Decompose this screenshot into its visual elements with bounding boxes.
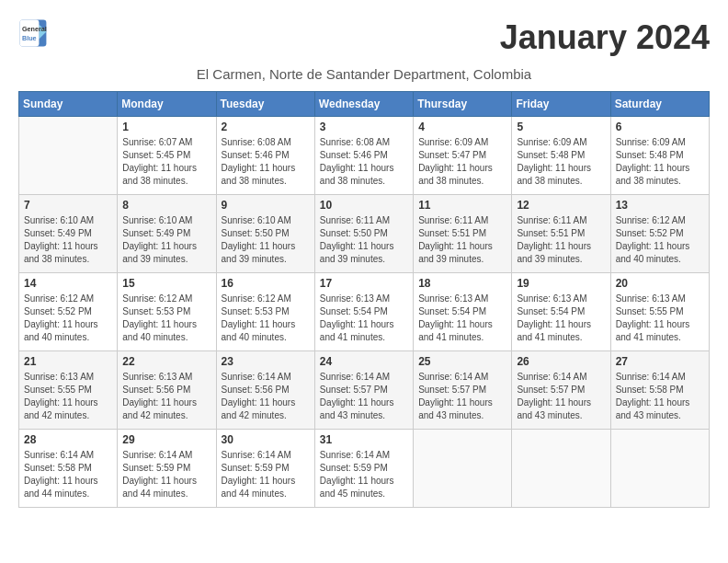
calendar-day-cell: 31Sunrise: 6:14 AMSunset: 5:59 PMDayligh… [314, 430, 413, 508]
day-info: Sunrise: 6:11 AMSunset: 5:51 PMDaylight:… [418, 214, 506, 266]
day-info: Sunrise: 6:10 AMSunset: 5:49 PMDaylight:… [24, 214, 112, 266]
calendar-day-cell [512, 430, 610, 508]
day-number: 5 [517, 121, 605, 133]
day-info: Sunrise: 6:12 AMSunset: 5:53 PMDaylight:… [222, 293, 310, 344]
day-number: 14 [24, 277, 112, 290]
day-number: 20 [616, 277, 704, 290]
calendar-week-row: 21Sunrise: 6:13 AMSunset: 5:55 PMDayligh… [19, 351, 710, 430]
day-info: Sunrise: 6:07 AMSunset: 5:45 PMDaylight:… [122, 136, 210, 188]
day-info: Sunrise: 6:12 AMSunset: 5:53 PMDaylight:… [122, 293, 210, 344]
day-number: 6 [616, 121, 704, 133]
calendar-day-cell: 13Sunrise: 6:12 AMSunset: 5:52 PMDayligh… [610, 195, 709, 273]
day-info: Sunrise: 6:13 AMSunset: 5:55 PMDaylight:… [24, 371, 112, 422]
calendar-day-cell: 14Sunrise: 6:12 AMSunset: 5:52 PMDayligh… [19, 273, 118, 351]
calendar-day-cell: 19Sunrise: 6:13 AMSunset: 5:54 PMDayligh… [512, 273, 610, 351]
day-info: Sunrise: 6:08 AMSunset: 5:46 PMDaylight:… [222, 136, 310, 188]
calendar-day-cell: 21Sunrise: 6:13 AMSunset: 5:55 PMDayligh… [19, 351, 118, 430]
day-number: 3 [320, 121, 408, 133]
day-number: 26 [517, 355, 605, 368]
calendar-day-cell: 10Sunrise: 6:11 AMSunset: 5:50 PMDayligh… [314, 195, 413, 273]
day-info: Sunrise: 6:11 AMSunset: 5:50 PMDaylight:… [320, 214, 408, 266]
day-number: 12 [517, 199, 605, 212]
day-number: 13 [616, 199, 704, 212]
logo-icon: General Blue [18, 18, 48, 48]
day-info: Sunrise: 6:12 AMSunset: 5:52 PMDaylight:… [24, 293, 112, 344]
calendar-day-cell: 22Sunrise: 6:13 AMSunset: 5:56 PMDayligh… [118, 351, 216, 430]
day-info: Sunrise: 6:08 AMSunset: 5:46 PMDaylight:… [320, 136, 408, 188]
calendar-week-row: 14Sunrise: 6:12 AMSunset: 5:52 PMDayligh… [19, 273, 710, 351]
weekday-header-cell: Thursday [414, 92, 512, 117]
calendar-day-cell: 5Sunrise: 6:09 AMSunset: 5:48 PMDaylight… [512, 117, 610, 195]
day-number: 19 [517, 277, 605, 290]
day-number: 27 [616, 355, 704, 368]
calendar-day-cell: 2Sunrise: 6:08 AMSunset: 5:46 PMDaylight… [216, 117, 314, 195]
day-info: Sunrise: 6:14 AMSunset: 5:59 PMDaylight:… [320, 449, 408, 500]
day-number: 10 [320, 199, 408, 212]
calendar-day-cell: 9Sunrise: 6:10 AMSunset: 5:50 PMDaylight… [216, 195, 314, 273]
day-number: 24 [320, 355, 408, 368]
weekday-header-cell: Monday [118, 92, 216, 117]
day-number: 17 [320, 277, 408, 290]
day-number: 21 [24, 355, 112, 368]
day-info: Sunrise: 6:13 AMSunset: 5:55 PMDaylight:… [616, 293, 704, 344]
day-info: Sunrise: 6:14 AMSunset: 5:57 PMDaylight:… [517, 371, 605, 422]
day-number: 11 [418, 199, 506, 212]
day-info: Sunrise: 6:09 AMSunset: 5:48 PMDaylight:… [616, 136, 704, 188]
calendar-day-cell: 15Sunrise: 6:12 AMSunset: 5:53 PMDayligh… [118, 273, 216, 351]
day-info: Sunrise: 6:10 AMSunset: 5:49 PMDaylight:… [122, 214, 210, 266]
day-number: 8 [122, 199, 210, 212]
calendar-day-cell [19, 117, 118, 195]
day-number: 16 [222, 277, 310, 290]
day-number: 15 [122, 277, 210, 290]
weekday-header-cell: Saturday [610, 92, 709, 117]
calendar-day-cell: 1Sunrise: 6:07 AMSunset: 5:45 PMDaylight… [118, 117, 216, 195]
day-info: Sunrise: 6:14 AMSunset: 5:58 PMDaylight:… [616, 371, 704, 422]
day-info: Sunrise: 6:09 AMSunset: 5:48 PMDaylight:… [517, 136, 605, 188]
calendar-day-cell: 6Sunrise: 6:09 AMSunset: 5:48 PMDaylight… [610, 117, 709, 195]
day-info: Sunrise: 6:12 AMSunset: 5:52 PMDaylight:… [616, 214, 704, 266]
day-number: 29 [122, 433, 210, 446]
calendar-day-cell: 20Sunrise: 6:13 AMSunset: 5:55 PMDayligh… [610, 273, 709, 351]
calendar-week-row: 7Sunrise: 6:10 AMSunset: 5:49 PMDaylight… [19, 195, 710, 273]
calendar-day-cell [414, 430, 512, 508]
day-info: Sunrise: 6:11 AMSunset: 5:51 PMDaylight:… [517, 214, 605, 266]
day-info: Sunrise: 6:14 AMSunset: 5:59 PMDaylight:… [222, 449, 310, 500]
calendar-day-cell: 8Sunrise: 6:10 AMSunset: 5:49 PMDaylight… [118, 195, 216, 273]
calendar-day-cell [610, 430, 709, 508]
day-number: 9 [222, 199, 310, 212]
svg-text:General: General [22, 25, 47, 33]
calendar-day-cell: 28Sunrise: 6:14 AMSunset: 5:58 PMDayligh… [19, 430, 118, 508]
month-title: January 2024 [500, 18, 710, 57]
page-header: General Blue January 2024 [18, 18, 710, 57]
day-number: 31 [320, 433, 408, 446]
weekday-header-cell: Sunday [19, 92, 118, 117]
day-info: Sunrise: 6:14 AMSunset: 5:56 PMDaylight:… [222, 371, 310, 422]
day-info: Sunrise: 6:14 AMSunset: 5:57 PMDaylight:… [320, 371, 408, 422]
day-number: 18 [418, 277, 506, 290]
day-number: 7 [24, 199, 112, 212]
day-info: Sunrise: 6:14 AMSunset: 5:58 PMDaylight:… [24, 449, 112, 500]
calendar-day-cell: 16Sunrise: 6:12 AMSunset: 5:53 PMDayligh… [216, 273, 314, 351]
location-title: El Carmen, Norte de Santander Department… [18, 66, 710, 82]
weekday-header-cell: Tuesday [216, 92, 314, 117]
weekday-header-row: SundayMondayTuesdayWednesdayThursdayFrid… [19, 92, 710, 117]
calendar-day-cell: 23Sunrise: 6:14 AMSunset: 5:56 PMDayligh… [216, 351, 314, 430]
calendar-day-cell: 3Sunrise: 6:08 AMSunset: 5:46 PMDaylight… [314, 117, 413, 195]
calendar-week-row: 28Sunrise: 6:14 AMSunset: 5:58 PMDayligh… [19, 430, 710, 508]
calendar-day-cell: 11Sunrise: 6:11 AMSunset: 5:51 PMDayligh… [414, 195, 512, 273]
day-number: 4 [418, 121, 506, 133]
svg-text:Blue: Blue [22, 34, 37, 42]
calendar-day-cell: 24Sunrise: 6:14 AMSunset: 5:57 PMDayligh… [314, 351, 413, 430]
weekday-header-cell: Wednesday [314, 92, 413, 117]
calendar-day-cell: 7Sunrise: 6:10 AMSunset: 5:49 PMDaylight… [19, 195, 118, 273]
calendar-day-cell: 12Sunrise: 6:11 AMSunset: 5:51 PMDayligh… [512, 195, 610, 273]
day-number: 28 [24, 433, 112, 446]
day-number: 23 [222, 355, 310, 368]
calendar-day-cell: 27Sunrise: 6:14 AMSunset: 5:58 PMDayligh… [610, 351, 709, 430]
day-info: Sunrise: 6:14 AMSunset: 5:59 PMDaylight:… [122, 449, 210, 500]
day-info: Sunrise: 6:13 AMSunset: 5:54 PMDaylight:… [418, 293, 506, 344]
logo: General Blue [18, 18, 51, 48]
calendar-week-row: 1Sunrise: 6:07 AMSunset: 5:45 PMDaylight… [19, 117, 710, 195]
calendar-table: SundayMondayTuesdayWednesdayThursdayFrid… [18, 91, 710, 508]
calendar-body: 1Sunrise: 6:07 AMSunset: 5:45 PMDaylight… [19, 117, 710, 508]
